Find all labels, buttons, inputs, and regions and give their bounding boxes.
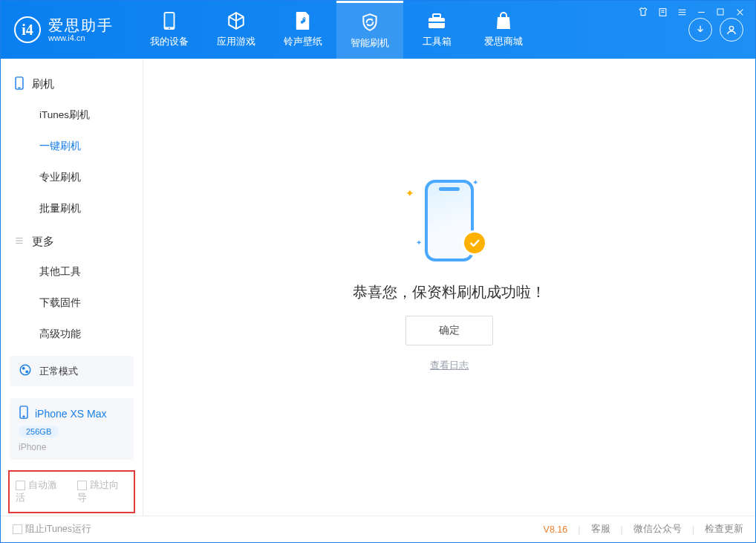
titlebar-wrap: i4 爱思助手 www.i4.cn 我的设备 应用游戏 铃声壁纸 <box>1 1 755 59</box>
sidebar-item-other-tools[interactable]: 其他工具 <box>1 256 143 287</box>
account-button[interactable] <box>720 18 743 42</box>
logo-icon: i4 <box>14 16 41 43</box>
check-update-link[interactable]: 检查更新 <box>705 523 743 536</box>
download-button[interactable] <box>688 18 712 42</box>
top-nav: 我的设备 应用游戏 铃声壁纸 智能刷机 工具箱 <box>136 1 537 59</box>
refresh-shield-icon <box>360 13 379 32</box>
device-card[interactable]: iPhone XS Max 256GB iPhone <box>10 398 134 460</box>
titlebar-right <box>688 18 748 42</box>
success-check-icon <box>462 230 487 256</box>
wechat-link[interactable]: 微信公众号 <box>633 523 682 536</box>
menu-icon[interactable] <box>677 7 687 17</box>
bag-icon <box>494 11 513 30</box>
toolbox-icon <box>427 11 446 30</box>
nav-my-device[interactable]: 我的设备 <box>136 1 203 59</box>
note-icon[interactable] <box>657 7 668 17</box>
logo-area: i4 爱思助手 www.i4.cn <box>1 16 127 43</box>
version-label: V8.16 <box>544 524 568 535</box>
sidebar-item-advanced[interactable]: 高级功能 <box>1 319 143 350</box>
device-name: iPhone XS Max <box>35 408 107 420</box>
sidebar-item-itunes-flash[interactable]: iTunes刷机 <box>1 100 143 131</box>
nav-flash[interactable]: 智能刷机 <box>336 1 403 59</box>
statusbar: 阻止iTunes运行 V8.16 | 客服 | 微信公众号 | 检查更新 <box>1 516 755 542</box>
svg-point-16 <box>729 26 733 30</box>
device-storage: 256GB <box>19 426 59 438</box>
mode-card[interactable]: 正常模式 <box>10 356 134 386</box>
sidebar: 刷机 iTunes刷机 一键刷机 专业刷机 批量刷机 更多 其他工具 下载固件 … <box>1 59 143 516</box>
device-icon <box>160 11 179 30</box>
sidebar-item-oneclick-flash[interactable]: 一键刷机 <box>1 131 143 162</box>
auto-activate-checkbox[interactable]: 自动激活 <box>16 479 67 504</box>
group-title: 刷机 <box>32 77 54 91</box>
main-panel: ✦ ✦ ✦ 恭喜您，保资料刷机成功啦！ 确定 查看日志 <box>143 59 755 516</box>
svg-rect-15 <box>428 22 445 23</box>
success-illustration: ✦ ✦ ✦ <box>401 172 498 269</box>
mode-icon <box>19 363 32 379</box>
app-name: 爱思助手 <box>48 17 114 33</box>
device-name-row: iPhone XS Max <box>19 406 107 421</box>
sidebar-item-download-firmware[interactable]: 下载固件 <box>1 287 143 319</box>
minimize-button[interactable] <box>696 7 706 17</box>
svg-rect-7 <box>717 9 723 15</box>
view-log-link[interactable]: 查看日志 <box>430 359 469 372</box>
sidebar-item-pro-flash[interactable]: 专业刷机 <box>1 162 143 193</box>
support-link[interactable]: 客服 <box>591 523 610 536</box>
svg-point-26 <box>23 416 25 417</box>
sidebar-item-batch-flash[interactable]: 批量刷机 <box>1 193 143 224</box>
music-file-icon <box>293 11 313 30</box>
statusbar-right: V8.16 | 客服 | 微信公众号 | 检查更新 <box>544 523 743 536</box>
nav-label: 工具箱 <box>423 35 452 48</box>
close-button[interactable] <box>734 7 745 17</box>
nav-ringtones[interactable]: 铃声壁纸 <box>270 1 336 59</box>
nav-label: 铃声壁纸 <box>284 35 322 48</box>
skip-guide-checkbox[interactable]: 跳过向导 <box>77 479 128 504</box>
nav-store[interactable]: 爱思商城 <box>470 1 537 59</box>
maximize-button[interactable] <box>715 7 726 17</box>
nav-label: 应用游戏 <box>217 35 255 48</box>
success-message: 恭喜您，保资料刷机成功啦！ <box>353 282 546 302</box>
nav-toolbox[interactable]: 工具箱 <box>403 1 470 59</box>
group-title: 更多 <box>32 235 54 249</box>
svg-point-22 <box>20 365 30 375</box>
svg-rect-11 <box>165 13 173 27</box>
body: 刷机 iTunes刷机 一键刷机 专业刷机 批量刷机 更多 其他工具 下载固件 … <box>1 59 755 516</box>
device-type: iPhone <box>19 442 46 452</box>
ok-button[interactable]: 确定 <box>405 316 493 345</box>
sparkle-icon: ✦ <box>472 178 478 186</box>
sidebar-group-flash: 刷机 <box>1 66 143 100</box>
app-window: i4 爱思助手 www.i4.cn 我的设备 应用游戏 铃声壁纸 <box>0 0 756 543</box>
mode-label: 正常模式 <box>39 365 78 378</box>
cube-icon <box>227 11 246 30</box>
device-phone-icon <box>19 406 29 421</box>
window-controls <box>638 7 745 17</box>
nav-apps[interactable]: 应用游戏 <box>203 1 270 59</box>
phone-outline-icon <box>14 77 25 92</box>
nav-label: 我的设备 <box>150 35 189 48</box>
logo-text: 爱思助手 www.i4.cn <box>48 17 114 42</box>
app-url: www.i4.cn <box>48 33 114 42</box>
sidebar-group-more: 更多 <box>1 224 143 256</box>
flash-options-row: 自动激活 跳过向导 <box>8 470 135 513</box>
list-icon <box>14 235 25 248</box>
nav-label: 智能刷机 <box>351 36 389 50</box>
sparkle-icon: ✦ <box>405 187 414 199</box>
nav-label: 爱思商城 <box>484 35 523 48</box>
svg-point-12 <box>169 27 170 29</box>
sparkle-icon: ✦ <box>416 238 422 247</box>
svg-rect-14 <box>433 14 440 18</box>
svg-point-23 <box>22 367 25 370</box>
svg-point-24 <box>25 370 28 373</box>
block-itunes-checkbox[interactable]: 阻止iTunes运行 <box>13 523 91 536</box>
tshirt-icon[interactable] <box>638 7 648 17</box>
